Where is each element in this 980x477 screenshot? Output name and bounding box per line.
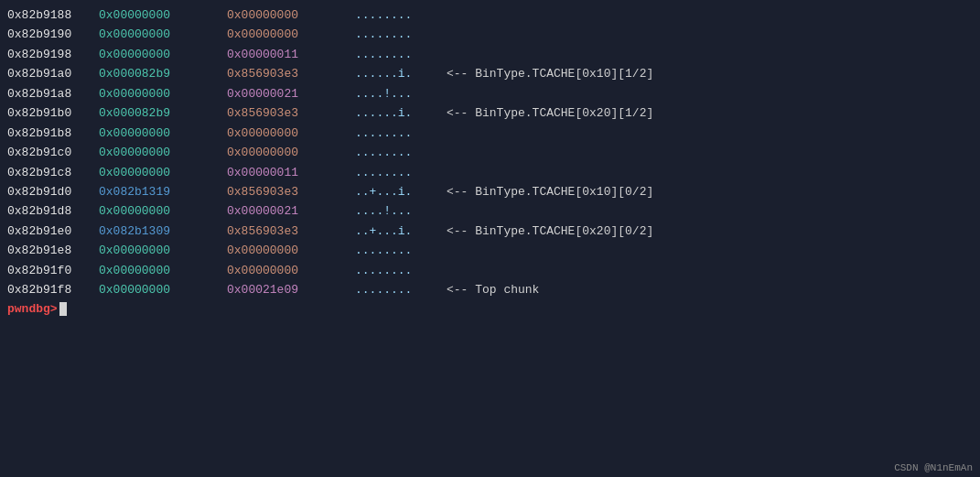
value-col1: 0x00000000	[99, 45, 227, 64]
value-col2: 0x856903e3	[227, 103, 355, 123]
ascii-col: ....!...	[355, 84, 447, 103]
table-row: 0x82b91e0 0x082b1309 0x856903e3 ..+...i.…	[7, 222, 973, 241]
value-col2: 0x00000011	[227, 45, 355, 64]
table-row: 0x82b91e8 0x00000000 0x00000000 ........	[7, 241, 973, 260]
watermark-label: CSDN @N1nEmAn	[894, 462, 973, 473]
ascii-col: ....!...	[355, 201, 447, 221]
value-col2: 0x856903e3	[227, 64, 355, 83]
ascii-col: ........	[355, 261, 447, 280]
address-col: 0x82b91e0	[7, 222, 99, 241]
comment-col: <-- BinType.TCACHE[0x10][0/2]	[447, 182, 653, 201]
value-col2: 0x00000000	[227, 124, 355, 143]
terminal-cursor[interactable]	[59, 302, 67, 316]
address-col: 0x82b91a0	[7, 64, 99, 83]
table-row: 0x82b91c8 0x00000000 0x00000011 ........	[7, 163, 973, 182]
address-col: 0x82b91a8	[7, 84, 99, 103]
table-row: 0x82b91d8 0x00000000 0x00000021 ....!...	[7, 201, 973, 221]
ascii-col: ......i.	[355, 103, 447, 123]
comment-col: <-- BinType.TCACHE[0x20][0/2]	[447, 222, 653, 241]
value-col2: 0x00021e09	[227, 280, 355, 299]
table-row: 0x82b91f0 0x00000000 0x00000000 ........	[7, 261, 973, 280]
value-col2: 0x00000000	[227, 143, 355, 162]
address-col: 0x82b91e8	[7, 241, 99, 260]
value-col1: 0x00000000	[99, 25, 227, 44]
ascii-col: ..+...i.	[355, 222, 447, 241]
value-col1: 0x082b1309	[99, 222, 227, 241]
ascii-col: ........	[355, 45, 447, 64]
value-col1: 0x00000000	[99, 143, 227, 162]
table-row: 0x82b91b8 0x00000000 0x00000000 ........	[7, 124, 973, 143]
value-col2: 0x00000000	[227, 241, 355, 260]
table-row: 0x82b91d0 0x082b1319 0x856903e3 ..+...i.…	[7, 182, 973, 201]
ascii-col: ........	[355, 124, 447, 143]
value-col2: 0x00000021	[227, 201, 355, 221]
address-col: 0x82b9198	[7, 45, 99, 64]
comment-col: <-- Top chunk	[447, 280, 539, 299]
value-col2: 0x00000011	[227, 163, 355, 182]
value-col1: 0x00000000	[99, 84, 227, 103]
value-col2: 0x00000021	[227, 84, 355, 103]
value-col1: 0x00000000	[99, 241, 227, 260]
ascii-col: ........	[355, 241, 447, 260]
ascii-col: ........	[355, 280, 447, 299]
value-col2: 0x856903e3	[227, 222, 355, 241]
comment-col: <-- BinType.TCACHE[0x10][1/2]	[447, 64, 653, 83]
ascii-col: ........	[355, 5, 447, 25]
address-col: 0x82b91d0	[7, 182, 99, 201]
value-col1: 0x00000000	[99, 280, 227, 299]
value-col1: 0x00000000	[99, 5, 227, 25]
table-row: 0x82b9198 0x00000000 0x00000011 ........	[7, 45, 973, 64]
value-col1: 0x082b1319	[99, 182, 227, 201]
value-col2: 0x856903e3	[227, 182, 355, 201]
table-row: 0x82b91c0 0x00000000 0x00000000 ........	[7, 143, 973, 162]
value-col1: 0x000082b9	[99, 103, 227, 123]
table-row: 0x82b91f8 0x00000000 0x00021e09 ........…	[7, 280, 973, 299]
address-col: 0x82b9190	[7, 25, 99, 44]
value-col2: 0x00000000	[227, 5, 355, 25]
value-col2: 0x00000000	[227, 261, 355, 280]
table-row: 0x82b91a8 0x00000000 0x00000021 ....!...	[7, 84, 973, 103]
value-col1: 0x00000000	[99, 163, 227, 182]
value-col1: 0x00000000	[99, 124, 227, 143]
table-row: 0x82b9188 0x00000000 0x00000000 ........	[7, 5, 973, 25]
value-col1: 0x00000000	[99, 261, 227, 280]
address-col: 0x82b91f8	[7, 280, 99, 299]
address-col: 0x82b91c8	[7, 163, 99, 182]
value-col1: 0x000082b9	[99, 64, 227, 83]
address-col: 0x82b91c0	[7, 143, 99, 162]
ascii-col: ......i.	[355, 64, 447, 83]
table-row: 0x82b9190 0x00000000 0x00000000 ........	[7, 25, 973, 44]
value-col1: 0x00000000	[99, 201, 227, 221]
prompt-line: pwndbg>	[7, 302, 973, 316]
table-row: 0x82b91b0 0x000082b9 0x856903e3 ......i.…	[7, 103, 973, 123]
value-col2: 0x00000000	[227, 25, 355, 44]
ascii-col: ........	[355, 143, 447, 162]
terminal: 0x82b9188 0x00000000 0x00000000 ........…	[0, 0, 980, 477]
ascii-col: ........	[355, 163, 447, 182]
comment-col: <-- BinType.TCACHE[0x20][1/2]	[447, 103, 653, 123]
address-col: 0x82b9188	[7, 5, 99, 25]
address-col: 0x82b91b0	[7, 103, 99, 123]
ascii-col: ........	[355, 25, 447, 44]
ascii-col: ..+...i.	[355, 182, 447, 201]
address-col: 0x82b91f0	[7, 261, 99, 280]
address-col: 0x82b91d8	[7, 201, 99, 221]
address-col: 0x82b91b8	[7, 124, 99, 143]
prompt-text: pwndbg>	[7, 302, 58, 316]
table-row: 0x82b91a0 0x000082b9 0x856903e3 ......i.…	[7, 64, 973, 83]
